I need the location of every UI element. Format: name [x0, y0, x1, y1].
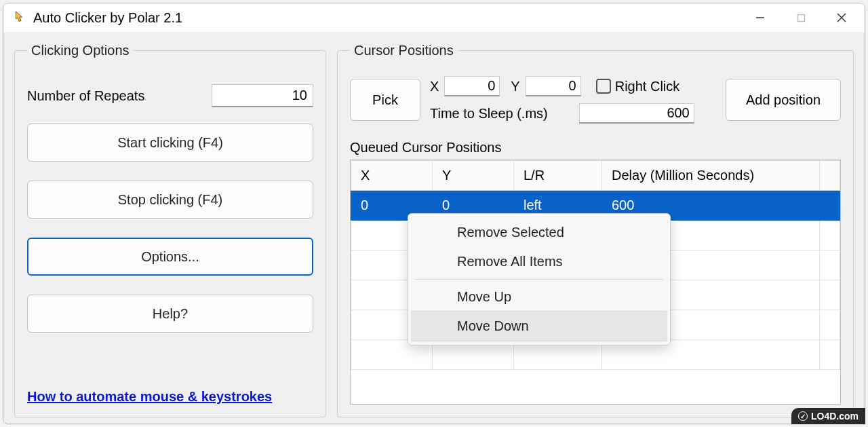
- menu-separator: [415, 279, 663, 280]
- close-button[interactable]: [821, 3, 862, 32]
- cursor-positions-legend: Cursor Positions: [350, 43, 458, 58]
- x-input[interactable]: [444, 76, 500, 96]
- pick-button[interactable]: Pick: [350, 79, 420, 121]
- maximize-button[interactable]: [781, 3, 821, 32]
- start-clicking-button[interactable]: Start clicking (F4): [27, 124, 313, 162]
- watermark-text: LO4D.com: [811, 411, 859, 422]
- checkbox-icon: [596, 79, 611, 94]
- app-window: Auto Clicker by Polar 2.1 Clicking Optio…: [3, 3, 865, 424]
- repeats-input[interactable]: [212, 84, 313, 107]
- watermark-badge: ✓ LO4D.com: [791, 408, 865, 424]
- stop-clicking-button[interactable]: Stop clicking (F4): [27, 181, 313, 219]
- repeats-label: Number of Repeats: [27, 88, 144, 104]
- menu-move-up[interactable]: Move Up: [408, 282, 670, 312]
- cursor-positions-group: Cursor Positions Pick X Y Right Click: [337, 43, 854, 417]
- col-lr[interactable]: L/R: [514, 161, 602, 191]
- menu-remove-selected[interactable]: Remove Selected: [408, 218, 670, 247]
- y-input[interactable]: [526, 76, 581, 96]
- svg-rect-1: [797, 14, 804, 21]
- sleep-input[interactable]: [579, 103, 694, 124]
- queued-positions-table-wrap: X Y L/R Delay (Million Seconds) 0 0 left: [350, 160, 841, 405]
- options-button[interactable]: Options...: [27, 238, 313, 276]
- menu-move-down[interactable]: Move Down: [411, 311, 667, 341]
- clicking-options-group: Clicking Options Number of Repeats Start…: [14, 43, 326, 417]
- col-y[interactable]: Y: [433, 161, 514, 191]
- client-area: Clicking Options Number of Repeats Start…: [3, 32, 865, 424]
- clicking-options-legend: Clicking Options: [27, 43, 134, 58]
- titlebar[interactable]: Auto Clicker by Polar 2.1: [3, 3, 865, 32]
- app-icon: [12, 10, 26, 25]
- menu-remove-all[interactable]: Remove All Items: [408, 247, 670, 276]
- minimize-button[interactable]: [740, 3, 781, 32]
- context-menu: Remove Selected Remove All Items Move Up…: [408, 213, 671, 346]
- right-click-checkbox[interactable]: Right Click: [596, 79, 680, 94]
- col-delay[interactable]: Delay (Million Seconds): [602, 161, 820, 191]
- window-title: Auto Clicker by Polar 2.1: [33, 10, 740, 26]
- help-button[interactable]: Help?: [27, 295, 313, 333]
- col-spacer: [820, 161, 840, 191]
- right-click-label: Right Click: [615, 79, 680, 94]
- sleep-label: Time to Sleep (.ms): [430, 106, 548, 122]
- y-label: Y: [511, 79, 519, 94]
- queued-positions-label: Queued Cursor Positions: [350, 140, 841, 155]
- table-header-row: X Y L/R Delay (Million Seconds): [351, 161, 840, 191]
- add-position-button[interactable]: Add position: [726, 79, 841, 121]
- col-x[interactable]: X: [351, 161, 433, 191]
- automate-link[interactable]: How to automate mouse & keystrokes: [27, 389, 313, 405]
- x-label: X: [430, 79, 439, 94]
- watermark-icon: ✓: [798, 411, 808, 421]
